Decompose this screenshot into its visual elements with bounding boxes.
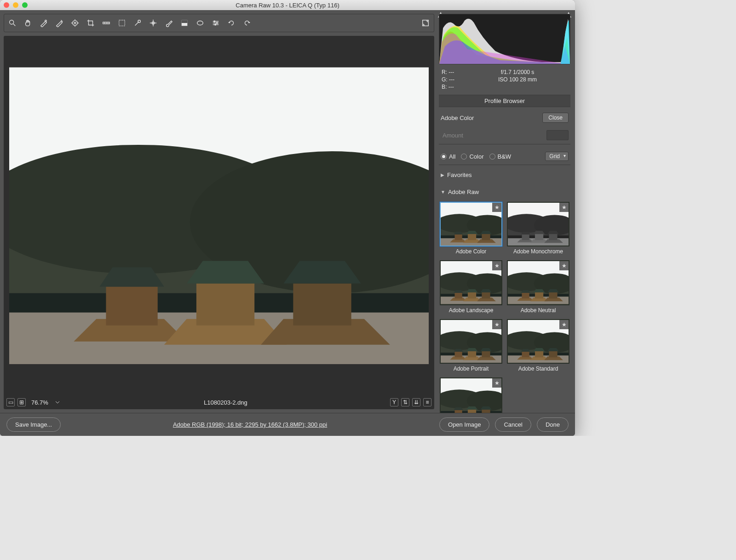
exif-readout: R: --- G: --- B: --- f/1.7 1/2000 s ISO … [439, 67, 570, 92]
profile-thumbnail-image: ★ [440, 202, 502, 246]
profile-thumbnail-image: ★ [507, 260, 569, 305]
workflow-options-link[interactable]: Adobe RGB (1998); 16 bit; 2295 by 1662 (… [66, 421, 434, 428]
favorite-star-icon[interactable]: ★ [492, 378, 501, 388]
filter-row: All Color B&W Grid [439, 147, 570, 165]
profile-grid: ★Adobe Color★Adobe Monochrome★Adobe Land… [439, 202, 570, 413]
spot-removal-tool-icon[interactable] [133, 18, 142, 28]
red-eye-tool-icon[interactable] [149, 18, 158, 28]
svg-line-16 [13, 24, 16, 26]
before-after-icon[interactable]: Y [390, 398, 398, 406]
right-panel: R: --- G: --- B: --- f/1.7 1/2000 s ISO … [438, 10, 575, 413]
close-browser-button[interactable]: Close [542, 113, 569, 123]
profile-thumbnail-image: ★ [440, 260, 502, 305]
svg-point-19 [73, 21, 78, 26]
left-pane: ▭ ⊞ 76.7% L1080203-2.dng Y ⇅ ⇊ ≡ [0, 10, 438, 413]
svg-point-17 [45, 20, 47, 22]
copy-settings-icon[interactable]: ⇊ [412, 398, 420, 406]
profile-thumb[interactable]: ★Adobe Color [440, 202, 502, 256]
profile-thumb[interactable]: ★Adobe Portrait [440, 319, 502, 373]
straighten-tool-icon[interactable] [102, 18, 111, 28]
profile-thumb-label: Adobe Standard [507, 364, 569, 373]
favorites-section-header[interactable]: ▶ Favorites [439, 168, 570, 182]
chevron-down-icon: ▼ [441, 189, 445, 194]
titlebar: Camera Raw 10.3 - LEICA Q (Typ 116) [0, 0, 575, 10]
profile-thumbnail-image: ★ [507, 319, 569, 364]
color-sampler-tool-icon[interactable] [55, 18, 64, 28]
current-profile-name: Adobe Color [441, 114, 539, 121]
profile-thumb[interactable]: ★Adobe Standard [507, 319, 569, 373]
targeted-adjustment-tool-icon[interactable] [70, 18, 80, 28]
adobe-raw-section-header[interactable]: ▼ Adobe Raw [439, 185, 570, 199]
preferences-icon[interactable] [211, 18, 220, 28]
adjustment-brush-tool-icon[interactable] [164, 18, 173, 28]
iso-focal-label: ISO 100 28 mm [498, 76, 537, 83]
panel-title: Profile Browser [439, 95, 570, 107]
favorite-star-icon[interactable]: ★ [559, 203, 569, 212]
favorite-star-icon[interactable]: ★ [492, 261, 501, 270]
chevron-right-icon: ▶ [441, 172, 444, 177]
amount-input[interactable] [546, 130, 569, 140]
favorite-star-icon[interactable]: ★ [492, 320, 501, 329]
svg-point-30 [138, 20, 140, 23]
histogram[interactable] [439, 14, 570, 64]
filmstrip-view-icon[interactable]: ⊞ [17, 398, 26, 406]
current-profile-row: Adobe Color Close [439, 110, 570, 126]
rotate-cw-icon[interactable] [242, 18, 252, 28]
profile-thumb[interactable]: ★Adobe Landscape [440, 260, 502, 314]
zoom-tool-icon[interactable] [8, 18, 17, 28]
favorite-star-icon[interactable]: ★ [559, 320, 569, 329]
view-mode-select[interactable]: Grid [545, 152, 569, 161]
svg-rect-29 [119, 20, 125, 26]
open-image-button[interactable]: Open Image [439, 417, 490, 432]
canvas-area: ▭ ⊞ 76.7% L1080203-2.dng Y ⇅ ⇊ ≡ [4, 36, 434, 409]
fullscreen-icon[interactable] [421, 18, 430, 28]
profile-thumb-label: Adobe Portrait [440, 364, 502, 373]
crop-tool-icon[interactable] [86, 18, 95, 28]
main-body: ▭ ⊞ 76.7% L1080203-2.dng Y ⇅ ⇊ ≡ [0, 10, 575, 413]
svg-rect-35 [182, 20, 188, 23]
profile-thumb-label: Adobe Color [440, 246, 502, 256]
image-canvas[interactable] [4, 36, 434, 395]
transform-tool-icon[interactable] [117, 18, 126, 28]
svg-point-41 [216, 23, 218, 24]
hand-tool-icon[interactable] [23, 18, 33, 28]
zoom-dropdown-icon[interactable] [54, 399, 61, 406]
white-balance-tool-icon[interactable] [39, 18, 48, 28]
profile-thumbnail-image: ★ [440, 319, 502, 364]
profile-thumbnail-image: ★ [507, 202, 569, 246]
rgb-g-value: G: --- [442, 76, 454, 83]
filter-color-radio[interactable]: Color [461, 153, 483, 160]
single-view-icon[interactable]: ▭ [6, 398, 15, 406]
filename-label: L1080203-2.dng [64, 399, 387, 406]
radial-filter-tool-icon[interactable] [196, 18, 205, 28]
profile-thumb[interactable]: ★ [440, 377, 502, 413]
canvas-statusbar: ▭ ⊞ 76.7% L1080203-2.dng Y ⇅ ⇊ ≡ [4, 395, 434, 409]
filter-bw-radio[interactable]: B&W [489, 153, 512, 160]
profile-thumb[interactable]: ★Adobe Monochrome [507, 202, 569, 256]
save-image-button[interactable]: Save Image... [6, 417, 61, 432]
svg-point-20 [74, 22, 76, 24]
profile-thumb[interactable]: ★Adobe Neutral [507, 260, 569, 314]
svg-point-15 [10, 20, 14, 24]
swap-icon[interactable]: ⇅ [401, 398, 409, 406]
preview-image [9, 64, 429, 367]
window-title: Camera Raw 10.3 - LEICA Q (Typ 116) [0, 2, 575, 9]
filter-all-radio[interactable]: All [441, 153, 455, 160]
histogram-container [439, 14, 570, 64]
profile-thumbnail-image: ★ [440, 377, 502, 413]
rotate-ccw-icon[interactable] [227, 18, 236, 28]
svg-point-42 [215, 24, 216, 25]
cancel-button[interactable]: Cancel [495, 417, 531, 432]
top-toolbar [4, 14, 434, 32]
svg-point-40 [214, 21, 215, 22]
profile-thumb-label: Adobe Landscape [440, 305, 502, 314]
graduated-filter-tool-icon[interactable] [180, 18, 189, 28]
zoom-level[interactable]: 76.7% [29, 398, 51, 407]
favorite-star-icon[interactable]: ★ [559, 261, 569, 270]
amount-row: Amount [439, 128, 570, 144]
rgb-r-value: R: --- [442, 69, 454, 75]
footer: Save Image... Adobe RGB (1998); 16 bit; … [0, 413, 575, 436]
panel-settings-icon[interactable]: ≡ [423, 398, 431, 406]
favorite-star-icon[interactable]: ★ [492, 203, 501, 212]
done-button[interactable]: Done [537, 417, 569, 432]
